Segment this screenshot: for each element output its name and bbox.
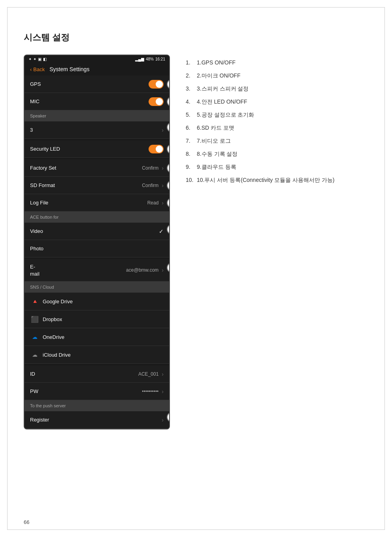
- back-button[interactable]: ‹ Back: [30, 66, 45, 72]
- onedrive-icon: ☁: [30, 332, 40, 342]
- list-item-10-text: 푸시 서버 등록(Connectivity 모듈을 사용해서만 가능): [204, 176, 334, 184]
- email-value: ace@bmw.com: [126, 267, 158, 273]
- list-item-1-number: 1.: [197, 59, 202, 67]
- gps-row[interactable]: GPS: [24, 76, 169, 93]
- factory-set-chevron-icon: ›: [162, 165, 164, 171]
- register-chevron-icon: ›: [162, 417, 164, 423]
- push-server-section: To the push server: [24, 400, 169, 411]
- icon-1: ✦: [28, 57, 32, 61]
- push-server-label: To the push server: [30, 403, 66, 408]
- log-file-value: Read: [147, 200, 159, 206]
- google-drive-row[interactable]: 🔺 Google Drive: [24, 293, 169, 310]
- list-item-4-text: 안전 LED ON/OFF: [202, 98, 247, 106]
- id-row[interactable]: ID ACE_001 ›: [24, 365, 169, 383]
- list-item-6-number: 6.: [197, 124, 202, 132]
- sns-cloud-section: SNS / Cloud: [24, 282, 169, 293]
- list-item-7-text: 비디오 로그: [202, 137, 231, 145]
- google-drive-label: Google Drive: [43, 299, 73, 304]
- list-item-5-number: 5.: [197, 111, 202, 119]
- icon-2: ✦: [33, 57, 36, 61]
- ace-label: ACE button for: [30, 215, 58, 219]
- page-border-bottom: [7, 529, 385, 530]
- battery-level: 48%: [146, 57, 154, 61]
- dropbox-row[interactable]: ⬛ Dropbox: [24, 310, 169, 328]
- list-item-5: 5. 공장 설정으로 초기화: [186, 111, 368, 119]
- icon-3: ▣: [38, 57, 41, 61]
- list-item-8-number: 8.: [197, 150, 202, 158]
- list-item-9: 9. 클라우드 등록: [186, 163, 368, 171]
- gps-label: GPS: [30, 81, 41, 87]
- time-display: 16:21: [155, 57, 165, 61]
- factory-set-right: Confirm ›: [142, 165, 164, 171]
- list-item-6: 6. SD 카드 포맷: [186, 124, 368, 132]
- list-item-2: 2. 마이크 ON/OFF: [186, 72, 368, 80]
- photo-label: Photo: [30, 246, 43, 251]
- icloud-row[interactable]: ☁ iCloud Drive: [24, 346, 169, 364]
- log-file-row[interactable]: Log File Read ›: [24, 194, 169, 212]
- photo-row[interactable]: Photo: [24, 240, 169, 257]
- list-item-8: 8. 수동 기록 설정: [186, 150, 368, 158]
- list-item-2-number: 2.: [197, 72, 202, 80]
- video-checkmark-icon: ✓: [159, 228, 164, 234]
- list-item-6-text: SD 카드 포맷: [202, 124, 234, 132]
- info-list: 1. GPS ON/OFF 2. 마이크 ON/OFF 3. 스피커 스피커 설…: [186, 55, 368, 189]
- speaker-row[interactable]: 3 ›: [24, 121, 169, 139]
- pw-row[interactable]: PW •••••••••• ›: [24, 383, 169, 400]
- page-border-right: [384, 7, 385, 530]
- sd-format-row[interactable]: SD Format Confirm ›: [24, 177, 169, 194]
- factory-set-row[interactable]: Factory Set Confirm ›: [24, 159, 169, 177]
- back-chevron-icon: ‹: [30, 66, 32, 72]
- list-item-3-number: 3.: [197, 85, 202, 93]
- security-led-toggle[interactable]: [149, 145, 164, 153]
- list-item-10: 10. 푸시 서버 등록(Connectivity 모듈을 사용해서만 가능): [186, 176, 368, 184]
- dropbox-label: Dropbox: [43, 316, 62, 322]
- page-title: 시스템 설정: [24, 32, 368, 43]
- video-row[interactable]: Video ✓: [24, 223, 169, 240]
- security-led-label: Security LED: [30, 146, 60, 152]
- sns-cloud-label: SNS / Cloud: [30, 285, 54, 289]
- list-item-4-number: 4.: [197, 98, 202, 106]
- pw-chevron-icon: ›: [162, 388, 164, 395]
- page-number: 66: [24, 519, 29, 525]
- security-led-row[interactable]: Security LED: [24, 140, 169, 158]
- onedrive-row[interactable]: ☁ OneDrive: [24, 328, 169, 346]
- icon-4: ◧: [43, 57, 47, 61]
- email-label: E-mail: [30, 264, 40, 277]
- email-chevron-icon: ›: [162, 267, 164, 273]
- pw-value: ••••••••••: [142, 389, 158, 394]
- google-drive-icon: 🔺: [30, 297, 40, 306]
- register-row[interactable]: Register ›: [24, 411, 169, 429]
- phone-mockup: ✦ ✦ ▣ ◧ ▂▄▆ 48% 16:21 ‹ Back: [24, 55, 170, 429]
- log-file-right: Read ›: [147, 200, 164, 206]
- speaker-num-label: 3: [30, 127, 33, 133]
- page-border-top: [7, 7, 385, 8]
- page-border-left: [7, 7, 8, 530]
- icloud-icon: ☁: [30, 350, 40, 359]
- speaker-section: Speaker: [24, 110, 169, 121]
- mic-row[interactable]: MIC: [24, 93, 169, 110]
- list-item-10-number: 10.: [197, 176, 204, 184]
- list-item-7-number: 7.: [197, 137, 202, 145]
- list-item-4: 4. 안전 LED ON/OFF: [186, 98, 368, 106]
- log-file-label: Log File: [30, 200, 48, 206]
- list-item-3: 3. 스피커 스피커 설정: [186, 85, 368, 93]
- gps-toggle[interactable]: [149, 80, 164, 89]
- list-item-5-text: 공장 설정으로 초기화: [202, 111, 254, 119]
- list-item-3-text: 스피커 스피커 설정: [202, 85, 249, 93]
- mic-label: MIC: [30, 98, 40, 104]
- email-row[interactable]: E-mail ace@bmw.com ›: [24, 259, 169, 282]
- mic-toggle[interactable]: [149, 97, 164, 106]
- back-label: Back: [33, 66, 45, 72]
- factory-set-value: Confirm: [142, 165, 158, 171]
- id-value: ACE_001: [138, 371, 158, 377]
- factory-set-label: Factory Set: [30, 165, 56, 171]
- status-bar: ✦ ✦ ▣ ◧ ▂▄▆ 48% 16:21: [24, 55, 169, 63]
- video-label: Video: [30, 228, 43, 234]
- status-icons-right: ▂▄▆ 48% 16:21: [135, 57, 165, 61]
- onedrive-label: OneDrive: [43, 334, 64, 340]
- list-item-7: 7. 비디오 로그: [186, 137, 368, 145]
- sd-format-chevron-icon: ›: [162, 182, 164, 189]
- sd-format-label: SD Format: [30, 182, 55, 188]
- list-item-2-text: 마이크 ON/OFF: [202, 72, 241, 80]
- list-item-1-text: GPS ON/OFF: [202, 59, 236, 67]
